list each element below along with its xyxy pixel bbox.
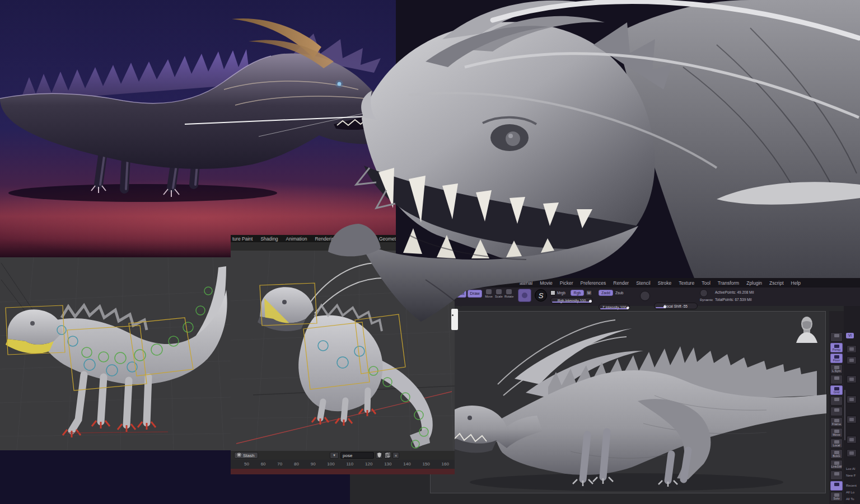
stroke-selector-icon[interactable] <box>640 291 650 301</box>
action-browse-dropdown[interactable]: ▾ <box>330 452 339 459</box>
shelf-move-button[interactable]: Move <box>830 428 843 437</box>
shelf-local-button[interactable]: Local <box>830 439 843 448</box>
shelf-frame-button[interactable]: Frame <box>830 417 843 427</box>
shelf-grid-button[interactable]: Grid <box>830 385 843 395</box>
timeline-ruler[interactable]: 50 60 70 80 90 100 110 120 130 140 150 1… <box>231 460 455 469</box>
scale-button[interactable]: Scale <box>494 289 503 300</box>
tab-geometry-nodes[interactable]: Geometry Nod <box>379 236 410 242</box>
tray-icon-button[interactable] <box>847 356 857 364</box>
menu-tool[interactable]: Tool <box>702 280 711 286</box>
header-object-label[interactable]: Loca <box>343 243 353 249</box>
menu-zplugin[interactable]: Zplugin <box>746 280 762 286</box>
tick-label: 80 <box>294 460 299 469</box>
shelf-linksw-button[interactable]: LinkSW <box>830 460 843 469</box>
tab-rendering[interactable]: Rendering <box>315 236 336 242</box>
tray-label[interactable]: Loc Al <box>846 467 855 470</box>
pose-viewport[interactable] <box>231 251 455 451</box>
tray-icon-button[interactable] <box>847 416 857 423</box>
tab-animation[interactable]: Animation <box>286 236 307 242</box>
menu-picker[interactable]: Picker <box>560 280 573 286</box>
shelf-lock-button[interactable] <box>830 375 843 384</box>
fake-user-shield-button[interactable] <box>376 452 382 459</box>
tray-scrollbar[interactable] <box>844 390 845 440</box>
mrgb-button[interactable]: Mrgb <box>557 291 565 295</box>
zadd-button[interactable]: Zadd <box>599 290 613 296</box>
menu-stroke[interactable]: Stroke <box>658 280 672 286</box>
blender-rig-viewport-panel[interactable] <box>0 257 232 450</box>
shelf-zoomout-button[interactable] <box>830 407 843 416</box>
stash-button[interactable]: Stash <box>234 452 258 459</box>
menu-stencil[interactable]: Stencil <box>636 280 651 286</box>
tab-compositing[interactable]: Compositing <box>345 236 371 242</box>
alpha-selector-icon[interactable] <box>700 289 708 297</box>
tick-label: 90 <box>311 460 316 469</box>
tray-icon-button[interactable] <box>847 375 857 383</box>
edit-button[interactable]: Edit <box>455 290 466 298</box>
tray-badge[interactable]: VI <box>846 333 854 338</box>
shelf-solo-button[interactable]: Solo <box>830 492 843 501</box>
draw-button[interactable]: Draw <box>468 290 482 298</box>
tray-label[interactable]: All Lo <box>846 491 854 494</box>
zsub-button[interactable]: Zsub <box>615 291 623 295</box>
tick-label: 100 <box>327 460 334 469</box>
shelf-bckg-button[interactable]: BckG <box>830 449 843 459</box>
focal-shift-slider[interactable]: Focal Shift -55 <box>654 303 698 309</box>
menu-material[interactable]: aterial <box>520 280 532 286</box>
current-brush-thumbnail[interactable] <box>518 289 531 302</box>
m-button[interactable]: M <box>586 290 592 296</box>
shelf-lsym-button[interactable]: L.Sym <box>830 364 843 374</box>
rigged-dragon-viewport <box>0 257 232 450</box>
shelf-zoomin-button[interactable] <box>830 396 843 406</box>
menu-help[interactable]: Help <box>791 280 801 286</box>
total-points-readout: TotalPoints: 67.539 Mil <box>715 298 751 302</box>
rgb-intensity-slider[interactable]: Rgb Intensity 100 <box>550 297 593 304</box>
color-swatch[interactable] <box>550 290 555 295</box>
viewport-header: Loca <box>231 242 455 251</box>
menu-texture[interactable]: Texture <box>679 280 694 286</box>
tick-label: 140 <box>403 460 410 469</box>
shelf-brush-button[interactable] <box>830 481 843 491</box>
tray-label[interactable]: Recent <box>846 484 857 487</box>
timeline-range-band <box>231 469 455 474</box>
shelf-polyframe-button[interactable] <box>830 470 843 480</box>
pan-icon <box>834 334 839 337</box>
active-points-readout: ActivePoints: 49.208 Mil <box>715 290 754 294</box>
current-material-sphere[interactable]: S <box>535 289 547 302</box>
tray-icon-button[interactable] <box>847 436 857 444</box>
new-action-button[interactable] <box>384 452 391 459</box>
shelf-persp-button[interactable]: Persp <box>830 343 843 352</box>
tab-texture-paint[interactable]: ture Paint <box>232 236 253 242</box>
tray-icon-button[interactable] <box>847 345 857 353</box>
zoom-in-icon <box>834 398 839 401</box>
tick-label: 50 <box>244 460 249 469</box>
menu-movie[interactable]: Movie <box>540 280 553 286</box>
shelf-pan-button[interactable] <box>830 332 843 342</box>
tray-divider-handle[interactable] <box>451 309 458 330</box>
move-button[interactable]: Move <box>484 289 493 300</box>
rgb-button[interactable]: Rgb <box>571 290 584 296</box>
tab-shading[interactable]: Shading <box>260 236 278 242</box>
tray-icon-button[interactable] <box>847 395 857 403</box>
dynamic-toggle[interactable]: Dynamic <box>700 298 713 302</box>
menu-transform[interactable]: Transform <box>718 280 739 286</box>
tray-icon-button[interactable] <box>847 449 857 457</box>
menu-render[interactable]: Render <box>613 280 629 286</box>
action-name-field[interactable] <box>340 452 374 459</box>
shield-icon <box>377 453 381 458</box>
zbrush-dragon-model <box>431 312 826 494</box>
camview-head-gizmo[interactable] <box>794 315 820 343</box>
zbrush-canvas[interactable] <box>430 311 826 493</box>
menu-zscript[interactable]: Zscript <box>769 280 784 286</box>
zbrush-right-tray: VI Loc Al New F Recent All Lo All To <box>844 306 860 504</box>
stash-icon <box>237 453 241 457</box>
tick-label: 110 <box>346 460 353 469</box>
armature-icon <box>335 243 341 249</box>
tray-label[interactable]: All To <box>846 497 854 501</box>
unlink-action-button[interactable]: × <box>392 452 399 459</box>
tray-label[interactable]: New F <box>846 474 856 477</box>
menu-preferences[interactable]: Preferences <box>580 280 606 286</box>
z-intensity-slider[interactable]: Z Intensity 100 <box>599 304 630 310</box>
collage-stage: aterial Movie Picker Preferences Render … <box>0 0 860 504</box>
shelf-floor-button[interactable]: Floor <box>830 354 843 363</box>
rotate-button[interactable]: Rotate <box>504 289 513 300</box>
